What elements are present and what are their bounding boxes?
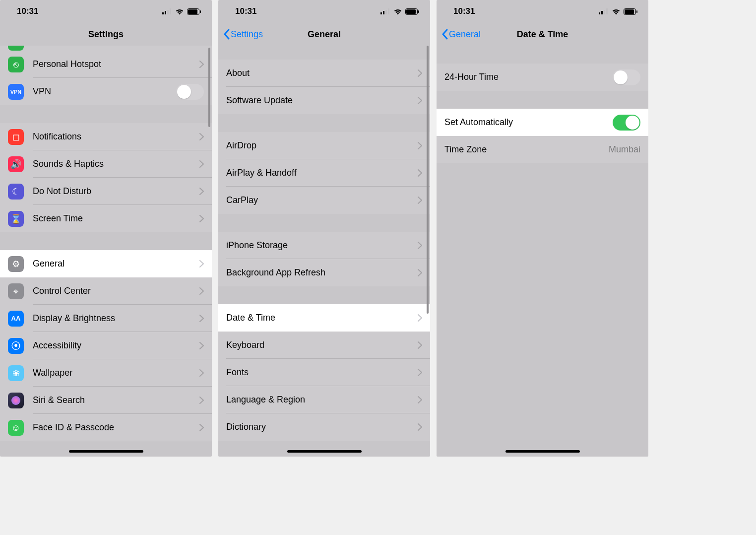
- row-label: Keyboard: [226, 340, 414, 350]
- row-dictionary[interactable]: Dictionary: [218, 413, 430, 441]
- nav-bar: Settings: [0, 23, 212, 46]
- svg-rect-1: [165, 11, 166, 14]
- row-label: VPN: [33, 86, 176, 97]
- row-siri[interactable]: Siri & Search: [0, 387, 212, 414]
- chevron-right-icon: [199, 315, 204, 322]
- row-label: Fonts: [226, 367, 414, 378]
- datetime-list: 24-Hour Time Set Automatically Time Zone…: [437, 46, 648, 163]
- wifi-icon: [393, 8, 402, 15]
- row-software-update[interactable]: Software Update: [218, 87, 430, 114]
- row-24hour[interactable]: 24-Hour Time: [437, 64, 648, 91]
- moon-icon: ☾: [8, 184, 24, 200]
- row-label: Sounds & Haptics: [33, 159, 195, 169]
- row-screentime[interactable]: ⌛ Screen Time: [0, 205, 212, 232]
- row-faceid[interactable]: ☺ Face ID & Passcode: [0, 414, 212, 441]
- row-label: Notifications: [33, 132, 195, 142]
- chevron-right-icon: [418, 341, 422, 349]
- home-indicator[interactable]: [505, 450, 580, 453]
- row-label: CarPlay: [226, 195, 414, 205]
- row-wallpaper[interactable]: ❀ Wallpaper: [0, 359, 212, 387]
- battery-icon: [405, 8, 419, 15]
- row-vpn[interactable]: VPN VPN: [0, 78, 212, 105]
- home-indicator[interactable]: [69, 450, 143, 453]
- row-dnd[interactable]: ☾ Do Not Disturb: [0, 178, 212, 205]
- row-label: Do Not Disturb: [33, 186, 195, 197]
- nav-bar: General Date & Time: [437, 23, 648, 46]
- settings-list: ⎋ Personal Hotspot VPN VPN ◻ Notificatio…: [0, 46, 212, 441]
- row-label: Siri & Search: [33, 395, 195, 405]
- chevron-left-icon: [441, 29, 448, 40]
- status-bar: 10:31: [218, 0, 430, 23]
- row-sounds[interactable]: 🔊 Sounds & Haptics: [0, 150, 212, 178]
- chevron-right-icon: [418, 314, 422, 322]
- status-time: 10:31: [453, 6, 475, 16]
- row-label: Display & Brightness: [33, 313, 195, 324]
- row-label: Date & Time: [226, 313, 414, 323]
- row-accessibility[interactable]: ⦿ Accessibility: [0, 332, 212, 359]
- row-background-refresh[interactable]: Background App Refresh: [218, 259, 430, 286]
- row-label: Time Zone: [444, 144, 609, 155]
- chevron-left-icon: [223, 29, 230, 40]
- row-label: 24-Hour Time: [444, 72, 613, 82]
- svg-rect-10: [388, 8, 389, 14]
- chevron-right-icon: [418, 396, 422, 403]
- chevron-right-icon: [199, 342, 204, 349]
- sounds-icon: 🔊: [8, 156, 24, 172]
- back-label: General: [449, 29, 481, 40]
- hourglass-icon: ⌛: [8, 211, 24, 227]
- row-about[interactable]: About: [218, 60, 430, 87]
- svg-rect-19: [625, 9, 634, 14]
- row-set-automatically[interactable]: Set Automatically: [437, 109, 648, 136]
- row-general[interactable]: ⚙ General: [0, 250, 212, 277]
- svg-rect-13: [418, 10, 419, 13]
- row-label: About: [226, 68, 414, 78]
- faceid-icon: ☺: [8, 420, 24, 436]
- vpn-icon: VPN: [8, 84, 24, 100]
- chevron-right-icon: [418, 142, 422, 149]
- row-label: Personal Hotspot: [33, 59, 195, 69]
- chevron-right-icon: [199, 188, 204, 195]
- row-label: Background App Refresh: [226, 268, 414, 278]
- back-button[interactable]: General: [441, 29, 481, 40]
- toggle-set-automatically[interactable]: [613, 115, 640, 131]
- row-timezone[interactable]: Time Zone Mumbai: [437, 136, 648, 163]
- row-label: Wallpaper: [33, 368, 195, 378]
- wifi-icon: [612, 8, 621, 15]
- chevron-right-icon: [199, 424, 204, 431]
- back-button[interactable]: Settings: [223, 29, 263, 40]
- chevron-right-icon: [199, 133, 204, 140]
- chevron-right-icon: [418, 369, 422, 376]
- row-date-time[interactable]: Date & Time: [218, 304, 430, 332]
- notifications-icon: ◻: [8, 129, 24, 145]
- row-airdrop[interactable]: AirDrop: [218, 132, 430, 159]
- chevron-right-icon: [418, 242, 422, 249]
- row-notifications[interactable]: ◻ Notifications: [0, 123, 212, 150]
- timezone-value: Mumbai: [609, 144, 640, 155]
- home-indicator[interactable]: [287, 450, 362, 453]
- row-iphone-storage[interactable]: iPhone Storage: [218, 232, 430, 259]
- accessibility-icon: ⦿: [8, 338, 24, 354]
- vertical-scrollbar[interactable]: [208, 48, 210, 127]
- battery-icon: [624, 8, 637, 15]
- row-personal-hotspot[interactable]: ⎋ Personal Hotspot: [0, 51, 212, 78]
- toggle-24hour[interactable]: [613, 69, 640, 85]
- vpn-toggle[interactable]: [176, 84, 204, 100]
- vertical-scrollbar[interactable]: [427, 46, 429, 314]
- svg-rect-9: [385, 10, 387, 14]
- row-cellular[interactable]: [0, 46, 212, 51]
- row-keyboard[interactable]: Keyboard: [218, 332, 430, 359]
- row-controlcenter[interactable]: ⌖ Control Center: [0, 277, 212, 305]
- row-carplay[interactable]: CarPlay: [218, 187, 430, 214]
- nav-bar: Settings General: [218, 23, 430, 46]
- row-display[interactable]: AA Display & Brightness: [0, 305, 212, 332]
- cellular-signal-icon: [599, 8, 609, 14]
- row-fonts[interactable]: Fonts: [218, 359, 430, 386]
- svg-rect-14: [599, 12, 600, 14]
- row-airplay[interactable]: AirPlay & Handoff: [218, 159, 430, 187]
- row-language-region[interactable]: Language & Region: [218, 386, 430, 413]
- battery-icon: [187, 8, 201, 15]
- svg-rect-15: [601, 11, 603, 14]
- svg-rect-7: [380, 12, 382, 14]
- cellular-signal-icon: [380, 8, 390, 14]
- wallpaper-icon: ❀: [8, 365, 24, 381]
